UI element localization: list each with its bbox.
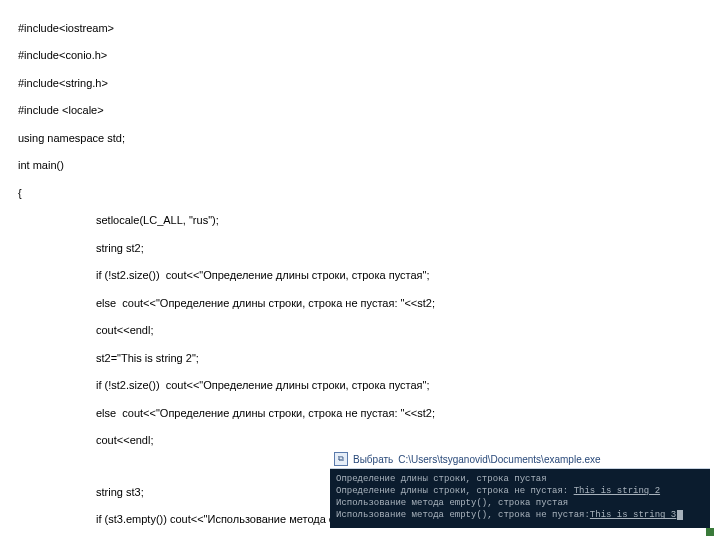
code-line: st2="This is string 2";	[18, 352, 710, 366]
code-line: if (!st2.size()) cout<<"Определение длин…	[18, 379, 710, 393]
console-line: Определение длины строки, строка не пуст…	[336, 485, 704, 497]
code-line: else cout<<"Определение длины строки, ст…	[18, 407, 710, 421]
console-window: ⧉ Выбрать C:\Users\tsyganovid\Documents\…	[330, 450, 710, 528]
console-title-prefix: Выбрать	[353, 454, 393, 465]
code-line: #include <locale>	[18, 104, 710, 118]
console-icon: ⧉	[334, 452, 348, 466]
code-line: else cout<<"Определение длины строки, ст…	[18, 297, 710, 311]
code-line: #include<conio.h>	[18, 49, 710, 63]
code-line: cout<<endl;	[18, 434, 710, 448]
code-line: int main()	[18, 159, 710, 173]
code-line: #include<iostream>	[18, 22, 710, 36]
console-line: Использование метода empty(), строка не …	[336, 509, 704, 521]
code-line: using namespace std;	[18, 132, 710, 146]
corner-accent-icon	[706, 528, 714, 536]
code-line: #include<string.h>	[18, 77, 710, 91]
console-line: Определение длины строки, строка пустая	[336, 473, 704, 485]
console-title-path: C:\Users\tsyganovid\Documents\example.ex…	[398, 454, 600, 465]
code-line: setlocale(LC_ALL, "rus");	[18, 214, 710, 228]
console-line: Использование метода empty(), строка пус…	[336, 497, 704, 509]
code-line: cout<<endl;	[18, 324, 710, 338]
console-output: Определение длины строки, строка пустая …	[330, 469, 710, 528]
cursor-icon	[677, 510, 683, 520]
code-line: if (!st2.size()) cout<<"Определение длин…	[18, 269, 710, 283]
code-line: {	[18, 187, 710, 201]
code-line: string st2;	[18, 242, 710, 256]
console-titlebar: ⧉ Выбрать C:\Users\tsyganovid\Documents\…	[330, 450, 710, 469]
